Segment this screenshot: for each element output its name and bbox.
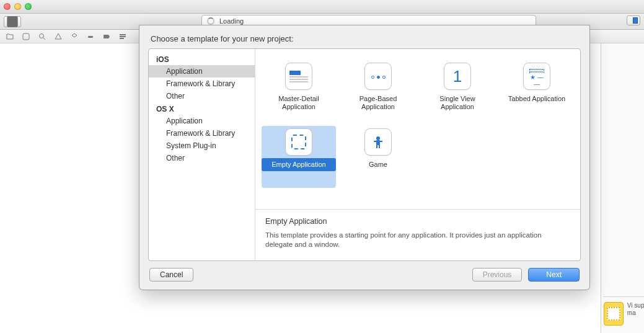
svg-rect-1 bbox=[23, 33, 29, 40]
utilities-pane: Vi sup ma bbox=[601, 43, 644, 333]
activity-status-text: Loading bbox=[219, 17, 244, 25]
svg-point-2 bbox=[40, 33, 44, 38]
close-window-button[interactable] bbox=[4, 3, 11, 10]
tabbed-icon: ★ — — bbox=[523, 63, 550, 90]
category-group-osx: OS X bbox=[149, 102, 255, 115]
template-label: Single View Application bbox=[420, 92, 495, 113]
spinner-icon bbox=[207, 17, 214, 25]
category-item-ios-other[interactable]: Other bbox=[149, 90, 255, 102]
template-grid: Master-Detail Application Page-Based App… bbox=[255, 49, 580, 209]
category-item-ios-application[interactable]: Application bbox=[149, 65, 255, 78]
library-object-label: Vi sup ma bbox=[627, 302, 644, 317]
category-item-osx-plugin[interactable]: System Plug-in bbox=[149, 140, 255, 152]
template-label: Empty Application bbox=[262, 158, 336, 171]
category-item-osx-other[interactable]: Other bbox=[149, 152, 255, 164]
symbol-navigator-icon[interactable] bbox=[21, 32, 31, 41]
debug-navigator-icon[interactable] bbox=[86, 32, 95, 41]
svg-rect-4 bbox=[88, 36, 93, 38]
template-tabbed[interactable]: ★ — — Tabbed Application bbox=[500, 60, 574, 122]
category-item-ios-framework[interactable]: Framework & Library bbox=[149, 78, 255, 90]
template-area: Master-Detail Application Page-Based App… bbox=[255, 49, 580, 260]
single-view-icon: 1 bbox=[444, 63, 471, 90]
minimize-window-button[interactable] bbox=[14, 3, 21, 10]
svg-line-3 bbox=[43, 38, 45, 40]
zoom-window-button[interactable] bbox=[25, 3, 32, 10]
template-master-detail[interactable]: Master-Detail Application bbox=[262, 60, 336, 122]
view-controller-icon bbox=[604, 302, 624, 326]
sheet-header: Choose a template for your new project: bbox=[139, 25, 589, 48]
window-titlebar bbox=[0, 0, 644, 14]
svg-rect-15 bbox=[380, 141, 382, 142]
search-navigator-icon[interactable] bbox=[37, 32, 47, 41]
empty-app-icon bbox=[285, 128, 312, 156]
game-icon bbox=[364, 128, 392, 156]
utilities-panel-toggle[interactable] bbox=[627, 16, 640, 25]
svg-rect-13 bbox=[376, 140, 380, 145]
previous-button[interactable]: Previous bbox=[472, 268, 523, 282]
issues-navigator-icon[interactable] bbox=[53, 32, 63, 41]
new-project-sheet: Choose a template for your new project: … bbox=[139, 25, 590, 290]
run-stop-segment[interactable] bbox=[4, 16, 21, 27]
template-single-view[interactable]: 1 Single View Application bbox=[420, 60, 495, 122]
breakpoint-navigator-icon[interactable] bbox=[102, 32, 112, 41]
log-navigator-icon[interactable] bbox=[118, 32, 128, 41]
svg-point-12 bbox=[376, 136, 380, 140]
next-button[interactable]: Next bbox=[528, 268, 580, 282]
description-title: Empty Application bbox=[265, 217, 570, 226]
template-page-based[interactable]: Page-Based Application bbox=[341, 60, 415, 122]
template-game[interactable]: Game bbox=[341, 126, 415, 188]
traffic-lights bbox=[4, 3, 32, 10]
svg-rect-14 bbox=[374, 141, 376, 142]
category-item-osx-framework[interactable]: Framework & Library bbox=[149, 127, 255, 140]
svg-rect-16 bbox=[376, 145, 377, 148]
svg-rect-7 bbox=[120, 38, 124, 39]
template-label: Game bbox=[341, 158, 415, 171]
category-group-ios: iOS bbox=[149, 53, 255, 65]
svg-rect-5 bbox=[120, 34, 126, 35]
master-detail-icon bbox=[285, 63, 312, 90]
template-label: Page-Based Application bbox=[341, 92, 415, 113]
tests-navigator-icon[interactable] bbox=[69, 32, 79, 41]
cancel-button[interactable]: Cancel bbox=[149, 268, 193, 282]
page-based-icon bbox=[364, 63, 392, 90]
template-label: Tabbed Application bbox=[500, 92, 574, 105]
svg-rect-17 bbox=[379, 145, 380, 148]
template-empty[interactable]: Empty Application bbox=[262, 126, 336, 188]
template-category-list: iOS Application Framework & Library Othe… bbox=[149, 49, 255, 260]
svg-rect-0 bbox=[7, 16, 17, 27]
template-description: Empty Application This template provides… bbox=[255, 209, 580, 260]
description-body: This template provides a starting point … bbox=[265, 231, 570, 249]
svg-rect-6 bbox=[120, 36, 126, 37]
category-item-osx-application[interactable]: Application bbox=[149, 115, 255, 127]
sheet-body: iOS Application Framework & Library Othe… bbox=[148, 48, 581, 261]
library-object-card[interactable]: Vi sup ma bbox=[604, 296, 644, 326]
template-label: Master-Detail Application bbox=[262, 92, 336, 113]
project-navigator-icon[interactable] bbox=[5, 32, 15, 41]
sheet-footer: Cancel Previous Next bbox=[139, 265, 589, 290]
